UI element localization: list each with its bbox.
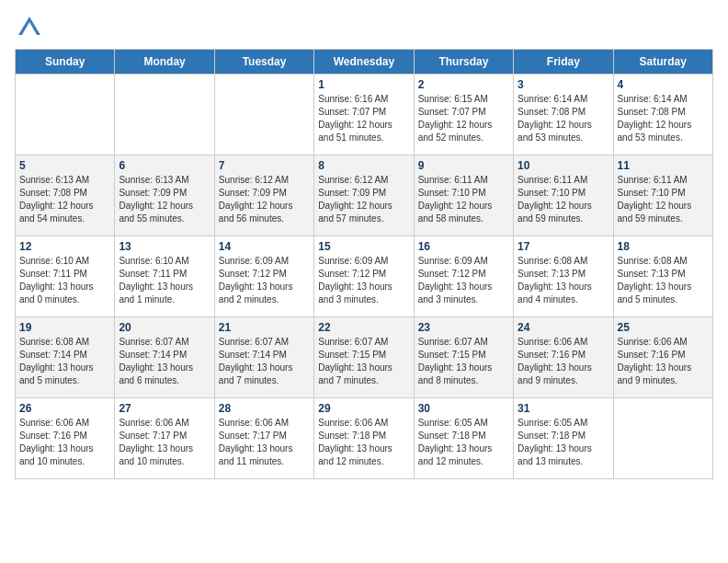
- calendar-cell: [115, 75, 214, 155]
- day-info: Sunrise: 6:10 AM Sunset: 7:11 PM Dayligh…: [119, 255, 210, 306]
- day-number: 25: [618, 321, 709, 334]
- calendar-cell: 26Sunrise: 6:06 AM Sunset: 7:16 PM Dayli…: [16, 398, 115, 479]
- day-info: Sunrise: 6:07 AM Sunset: 7:15 PM Dayligh…: [418, 336, 509, 387]
- calendar-cell: 13Sunrise: 6:10 AM Sunset: 7:11 PM Dayli…: [115, 236, 214, 317]
- calendar-cell: 4Sunrise: 6:14 AM Sunset: 7:08 PM Daylig…: [613, 75, 712, 155]
- day-info: Sunrise: 6:05 AM Sunset: 7:18 PM Dayligh…: [418, 417, 509, 468]
- week-row-3: 19Sunrise: 6:08 AM Sunset: 7:14 PM Dayli…: [16, 317, 713, 398]
- day-number: 14: [219, 240, 310, 253]
- day-number: 21: [219, 321, 310, 334]
- day-number: 2: [418, 78, 509, 91]
- day-header-sunday: Sunday: [16, 50, 115, 75]
- calendar-cell: [613, 398, 712, 479]
- calendar-cell: 3Sunrise: 6:14 AM Sunset: 7:08 PM Daylig…: [514, 75, 613, 155]
- calendar-cell: 2Sunrise: 6:15 AM Sunset: 7:07 PM Daylig…: [414, 75, 513, 155]
- day-info: Sunrise: 6:05 AM Sunset: 7:18 PM Dayligh…: [518, 417, 609, 468]
- day-header-monday: Monday: [115, 50, 214, 75]
- day-info: Sunrise: 6:14 AM Sunset: 7:08 PM Dayligh…: [518, 93, 609, 144]
- calendar-header: SundayMondayTuesdayWednesdayThursdayFrid…: [16, 50, 713, 75]
- day-info: Sunrise: 6:12 AM Sunset: 7:09 PM Dayligh…: [318, 174, 409, 225]
- header: [15, 15, 713, 41]
- calendar-cell: 17Sunrise: 6:08 AM Sunset: 7:13 PM Dayli…: [514, 236, 613, 317]
- day-info: Sunrise: 6:13 AM Sunset: 7:09 PM Dayligh…: [119, 174, 210, 225]
- day-number: 26: [19, 402, 110, 415]
- day-number: 8: [318, 159, 409, 172]
- calendar-cell: [214, 75, 313, 155]
- day-info: Sunrise: 6:11 AM Sunset: 7:10 PM Dayligh…: [618, 174, 709, 225]
- calendar-cell: 14Sunrise: 6:09 AM Sunset: 7:12 PM Dayli…: [214, 236, 313, 317]
- day-info: Sunrise: 6:13 AM Sunset: 7:08 PM Dayligh…: [19, 174, 110, 225]
- day-number: 24: [518, 321, 609, 334]
- calendar-cell: 15Sunrise: 6:09 AM Sunset: 7:12 PM Dayli…: [314, 236, 414, 317]
- day-number: 15: [318, 240, 409, 253]
- calendar-cell: 19Sunrise: 6:08 AM Sunset: 7:14 PM Dayli…: [16, 317, 115, 398]
- day-number: 13: [119, 240, 210, 253]
- calendar-cell: 25Sunrise: 6:06 AM Sunset: 7:16 PM Dayli…: [613, 317, 712, 398]
- calendar-cell: 10Sunrise: 6:11 AM Sunset: 7:10 PM Dayli…: [514, 155, 613, 236]
- week-row-2: 12Sunrise: 6:10 AM Sunset: 7:11 PM Dayli…: [16, 236, 713, 317]
- day-info: Sunrise: 6:15 AM Sunset: 7:07 PM Dayligh…: [418, 93, 509, 144]
- day-number: 6: [119, 159, 210, 172]
- calendar-table: SundayMondayTuesdayWednesdayThursdayFrid…: [15, 49, 713, 479]
- day-info: Sunrise: 6:07 AM Sunset: 7:14 PM Dayligh…: [219, 336, 310, 387]
- day-info: Sunrise: 6:06 AM Sunset: 7:17 PM Dayligh…: [119, 417, 210, 468]
- day-info: Sunrise: 6:06 AM Sunset: 7:16 PM Dayligh…: [19, 417, 110, 468]
- week-row-0: 1Sunrise: 6:16 AM Sunset: 7:07 PM Daylig…: [16, 75, 713, 155]
- day-number: 31: [518, 402, 609, 415]
- week-row-1: 5Sunrise: 6:13 AM Sunset: 7:08 PM Daylig…: [16, 155, 713, 236]
- calendar-cell: 11Sunrise: 6:11 AM Sunset: 7:10 PM Dayli…: [613, 155, 712, 236]
- calendar-cell: 8Sunrise: 6:12 AM Sunset: 7:09 PM Daylig…: [314, 155, 414, 236]
- day-info: Sunrise: 6:08 AM Sunset: 7:14 PM Dayligh…: [19, 336, 110, 387]
- calendar-cell: 24Sunrise: 6:06 AM Sunset: 7:16 PM Dayli…: [514, 317, 613, 398]
- day-info: Sunrise: 6:11 AM Sunset: 7:10 PM Dayligh…: [518, 174, 609, 225]
- day-number: 3: [518, 78, 609, 91]
- calendar-cell: 30Sunrise: 6:05 AM Sunset: 7:18 PM Dayli…: [414, 398, 513, 479]
- day-info: Sunrise: 6:07 AM Sunset: 7:14 PM Dayligh…: [119, 336, 210, 387]
- day-number: 20: [119, 321, 210, 334]
- day-number: 18: [618, 240, 709, 253]
- day-info: Sunrise: 6:06 AM Sunset: 7:18 PM Dayligh…: [318, 417, 409, 468]
- day-info: Sunrise: 6:09 AM Sunset: 7:12 PM Dayligh…: [418, 255, 509, 306]
- calendar-cell: 12Sunrise: 6:10 AM Sunset: 7:11 PM Dayli…: [16, 236, 115, 317]
- day-info: Sunrise: 6:06 AM Sunset: 7:16 PM Dayligh…: [618, 336, 709, 387]
- day-number: 30: [418, 402, 509, 415]
- day-number: 4: [618, 78, 709, 91]
- day-header-tuesday: Tuesday: [214, 50, 313, 75]
- calendar-cell: 9Sunrise: 6:11 AM Sunset: 7:10 PM Daylig…: [414, 155, 513, 236]
- day-info: Sunrise: 6:14 AM Sunset: 7:08 PM Dayligh…: [618, 93, 709, 144]
- calendar-cell: 18Sunrise: 6:08 AM Sunset: 7:13 PM Dayli…: [613, 236, 712, 317]
- day-header-saturday: Saturday: [613, 50, 712, 75]
- calendar-cell: 28Sunrise: 6:06 AM Sunset: 7:17 PM Dayli…: [214, 398, 313, 479]
- day-number: 19: [19, 321, 110, 334]
- day-info: Sunrise: 6:09 AM Sunset: 7:12 PM Dayligh…: [318, 255, 409, 306]
- calendar-cell: 27Sunrise: 6:06 AM Sunset: 7:17 PM Dayli…: [115, 398, 214, 479]
- day-info: Sunrise: 6:09 AM Sunset: 7:12 PM Dayligh…: [219, 255, 310, 306]
- logo: [15, 15, 42, 41]
- day-number: 16: [418, 240, 509, 253]
- calendar-cell: 23Sunrise: 6:07 AM Sunset: 7:15 PM Dayli…: [414, 317, 513, 398]
- day-header-wednesday: Wednesday: [314, 50, 414, 75]
- day-info: Sunrise: 6:07 AM Sunset: 7:15 PM Dayligh…: [318, 336, 409, 387]
- calendar-cell: 7Sunrise: 6:12 AM Sunset: 7:09 PM Daylig…: [214, 155, 313, 236]
- day-info: Sunrise: 6:06 AM Sunset: 7:16 PM Dayligh…: [518, 336, 609, 387]
- day-number: 1: [318, 78, 409, 91]
- calendar-cell: 6Sunrise: 6:13 AM Sunset: 7:09 PM Daylig…: [115, 155, 214, 236]
- calendar-cell: 1Sunrise: 6:16 AM Sunset: 7:07 PM Daylig…: [314, 75, 414, 155]
- day-info: Sunrise: 6:06 AM Sunset: 7:17 PM Dayligh…: [219, 417, 310, 468]
- calendar-cell: 20Sunrise: 6:07 AM Sunset: 7:14 PM Dayli…: [115, 317, 214, 398]
- calendar-cell: 29Sunrise: 6:06 AM Sunset: 7:18 PM Dayli…: [314, 398, 414, 479]
- day-number: 9: [418, 159, 509, 172]
- calendar-cell: [16, 75, 115, 155]
- day-number: 12: [19, 240, 110, 253]
- day-info: Sunrise: 6:10 AM Sunset: 7:11 PM Dayligh…: [19, 255, 110, 306]
- day-number: 27: [119, 402, 210, 415]
- day-number: 7: [219, 159, 310, 172]
- calendar-cell: 31Sunrise: 6:05 AM Sunset: 7:18 PM Dayli…: [514, 398, 613, 479]
- day-info: Sunrise: 6:12 AM Sunset: 7:09 PM Dayligh…: [219, 174, 310, 225]
- day-header-thursday: Thursday: [414, 50, 513, 75]
- calendar-cell: 5Sunrise: 6:13 AM Sunset: 7:08 PM Daylig…: [16, 155, 115, 236]
- header-row: SundayMondayTuesdayWednesdayThursdayFrid…: [16, 50, 713, 75]
- day-number: 23: [418, 321, 509, 334]
- day-info: Sunrise: 6:16 AM Sunset: 7:07 PM Dayligh…: [318, 93, 409, 144]
- day-header-friday: Friday: [514, 50, 613, 75]
